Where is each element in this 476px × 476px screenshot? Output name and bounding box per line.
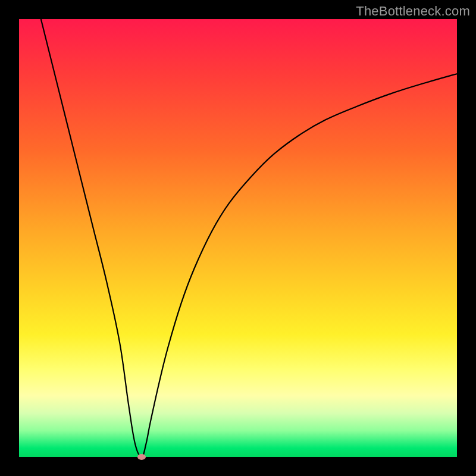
watermark-text: TheBottleneck.com	[356, 4, 470, 19]
bottleneck-curve	[19, 19, 457, 457]
min-point-marker	[137, 454, 146, 460]
plot-area	[19, 19, 457, 457]
chart-frame: TheBottleneck.com	[0, 0, 476, 476]
curve-path	[41, 19, 457, 457]
